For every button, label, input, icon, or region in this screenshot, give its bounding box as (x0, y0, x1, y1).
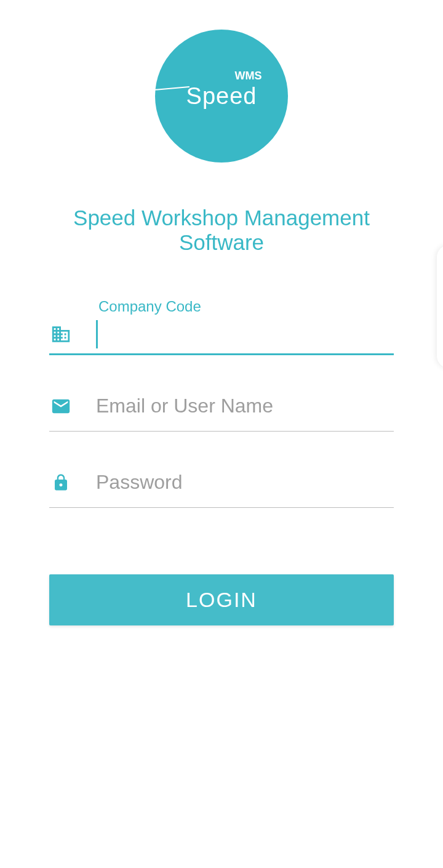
company-code-field-group: Company Code (49, 298, 394, 355)
side-handle[interactable] (437, 245, 443, 368)
logo-circle: WMS ▮▮ Speed (155, 30, 288, 163)
lock-icon (49, 471, 73, 494)
password-input[interactable] (96, 466, 394, 499)
username-input[interactable] (96, 390, 394, 422)
email-icon (49, 395, 73, 418)
logo-tag: WMS (234, 70, 261, 82)
username-field-group (49, 385, 394, 432)
password-field-group (49, 461, 394, 508)
building-icon (49, 323, 73, 346)
login-button[interactable]: LOGIN (49, 574, 394, 625)
page-title: Speed Workshop Management Software (25, 206, 418, 255)
logo: WMS ▮▮ Speed (25, 0, 418, 163)
logo-brand: ▮▮ Speed (186, 83, 257, 110)
login-form: Company Code (25, 298, 418, 625)
company-code-input[interactable] (96, 320, 394, 348)
company-code-label: Company Code (98, 298, 394, 315)
